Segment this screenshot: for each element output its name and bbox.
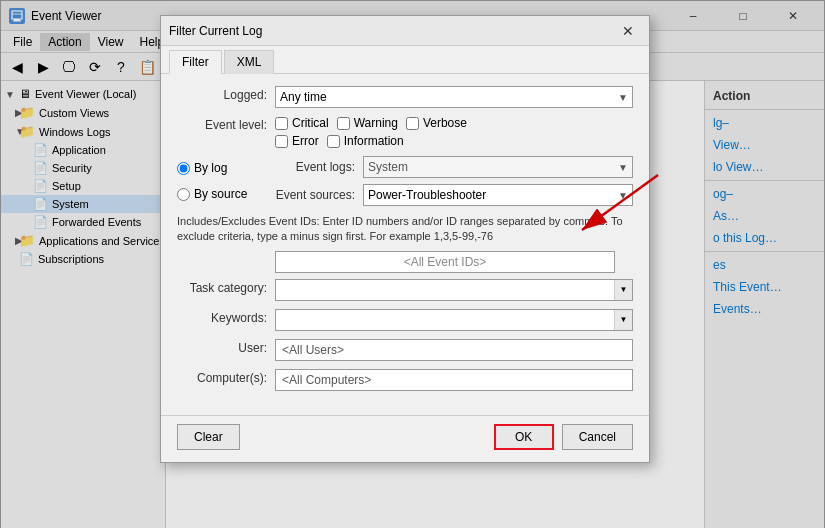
by-source-label: By source	[194, 187, 247, 201]
event-sources-arrow-icon: ▼	[618, 190, 628, 201]
by-log-radio[interactable]	[177, 162, 190, 175]
task-category-combobox[interactable]: ▼	[275, 279, 633, 301]
radio-by-source: By source	[177, 187, 262, 201]
dialog-tabs: Filter XML	[161, 46, 649, 74]
checkbox-information: Information	[327, 134, 404, 148]
task-category-input[interactable]	[276, 280, 614, 300]
info-text: Includes/Excludes Event IDs: Enter ID nu…	[177, 214, 633, 245]
checkbox-verbose: Verbose	[406, 116, 467, 130]
dialog-footer: Clear OK Cancel	[161, 415, 649, 462]
verbose-checkbox[interactable]	[406, 117, 419, 130]
keywords-combobox[interactable]: ▼	[275, 309, 633, 331]
logged-label: Logged:	[177, 86, 267, 102]
event-level-row: Event level: Critical Warning	[177, 116, 633, 148]
checkboxes-row-2: Error Information	[275, 134, 633, 148]
checkboxes-row-1: Critical Warning Verbose	[275, 116, 633, 130]
log-source-fields: Event logs: System ▼ Event sources: Powe…	[270, 156, 633, 206]
error-label: Error	[292, 134, 319, 148]
logged-dropdown[interactable]: Any time ▼	[275, 86, 633, 108]
dialog-body: Logged: Any time ▼ Event level: Critical	[161, 74, 649, 411]
ok-button[interactable]: OK	[494, 424, 554, 450]
task-category-label: Task category:	[177, 279, 267, 295]
dialog-close-button[interactable]: ✕	[615, 20, 641, 42]
information-label: Information	[344, 134, 404, 148]
user-value: <All Users>	[282, 343, 344, 357]
all-event-ids-input[interactable]: <All Event IDs>	[275, 251, 615, 273]
computers-value: <All Computers>	[282, 373, 371, 387]
log-source-row: By log By source Event logs: System ▼	[177, 156, 633, 206]
task-category-control: ▼	[275, 279, 633, 301]
checkbox-critical: Critical	[275, 116, 329, 130]
logged-value: Any time	[280, 90, 327, 104]
event-level-label: Event level:	[177, 116, 267, 132]
keywords-control: ▼	[275, 309, 633, 331]
event-logs-row: Event logs: System ▼	[270, 156, 633, 178]
dropdown-arrow-icon: ▼	[618, 92, 628, 103]
tab-filter[interactable]: Filter	[169, 50, 222, 74]
keywords-label: Keywords:	[177, 309, 267, 325]
warning-label: Warning	[354, 116, 398, 130]
user-input[interactable]: <All Users>	[275, 339, 633, 361]
keywords-dropdown-btn[interactable]: ▼	[614, 310, 632, 330]
computers-row: Computer(s): <All Computers>	[177, 369, 633, 391]
modal-overlay: Filter Current Log ✕ Filter XML Logged: …	[0, 0, 825, 528]
event-sources-dropdown[interactable]: Power-Troubleshooter ▼	[363, 184, 633, 206]
event-logs-value: System	[368, 160, 408, 174]
event-sources-row: Event sources: Power-Troubleshooter ▼	[270, 184, 633, 206]
checkbox-error: Error	[275, 134, 319, 148]
radio-by-log: By log	[177, 161, 262, 175]
event-sources-value: Power-Troubleshooter	[368, 188, 486, 202]
user-control: <All Users>	[275, 339, 633, 361]
filter-dialog: Filter Current Log ✕ Filter XML Logged: …	[160, 15, 650, 463]
cancel-button[interactable]: Cancel	[562, 424, 633, 450]
all-event-ids-placeholder: <All Event IDs>	[404, 255, 487, 269]
critical-checkbox[interactable]	[275, 117, 288, 130]
event-logs-arrow-icon: ▼	[618, 162, 628, 173]
dialog-titlebar: Filter Current Log ✕	[161, 16, 649, 46]
verbose-label: Verbose	[423, 116, 467, 130]
computers-label: Computer(s):	[177, 369, 267, 385]
computers-input[interactable]: <All Computers>	[275, 369, 633, 391]
event-logs-dropdown[interactable]: System ▼	[363, 156, 633, 178]
warning-checkbox[interactable]	[337, 117, 350, 130]
computers-control: <All Computers>	[275, 369, 633, 391]
keywords-input[interactable]	[276, 310, 614, 330]
dialog-title: Filter Current Log	[169, 24, 615, 38]
event-logs-label: Event logs:	[270, 160, 355, 174]
logged-control: Any time ▼	[275, 86, 633, 108]
by-log-label: By log	[194, 161, 227, 175]
keywords-row: Keywords: ▼	[177, 309, 633, 331]
error-checkbox[interactable]	[275, 135, 288, 148]
user-row: User: <All Users>	[177, 339, 633, 361]
clear-button[interactable]: Clear	[177, 424, 240, 450]
tab-xml[interactable]: XML	[224, 50, 275, 74]
task-category-dropdown-btn[interactable]: ▼	[614, 280, 632, 300]
event-level-control: Critical Warning Verbose	[275, 116, 633, 148]
checkbox-warning: Warning	[337, 116, 398, 130]
user-label: User:	[177, 339, 267, 355]
event-sources-label: Event sources:	[270, 188, 355, 202]
logged-row: Logged: Any time ▼	[177, 86, 633, 108]
by-source-radio[interactable]	[177, 188, 190, 201]
radio-group: By log By source	[177, 156, 262, 206]
critical-label: Critical	[292, 116, 329, 130]
information-checkbox[interactable]	[327, 135, 340, 148]
task-category-row: Task category: ▼	[177, 279, 633, 301]
